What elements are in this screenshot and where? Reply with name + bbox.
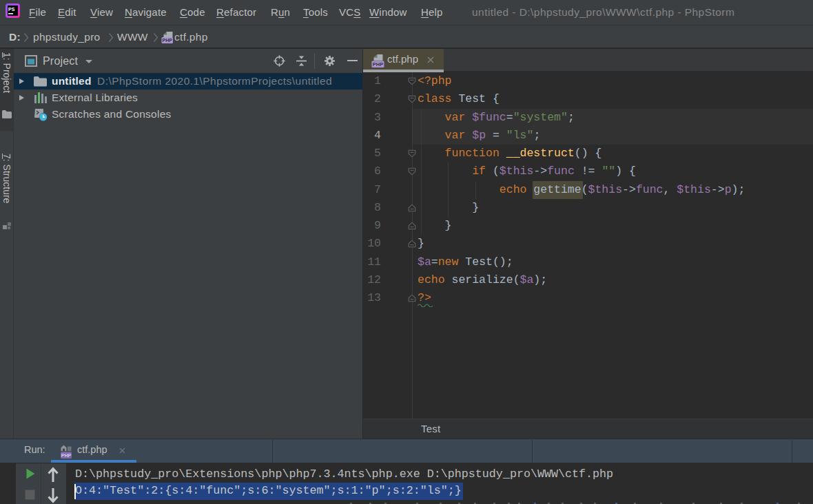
svg-text:PS: PS xyxy=(8,7,15,12)
svg-text:PHP: PHP xyxy=(61,453,72,458)
svg-text:PHP: PHP xyxy=(372,61,382,67)
svg-text:PHP: PHP xyxy=(162,38,172,43)
